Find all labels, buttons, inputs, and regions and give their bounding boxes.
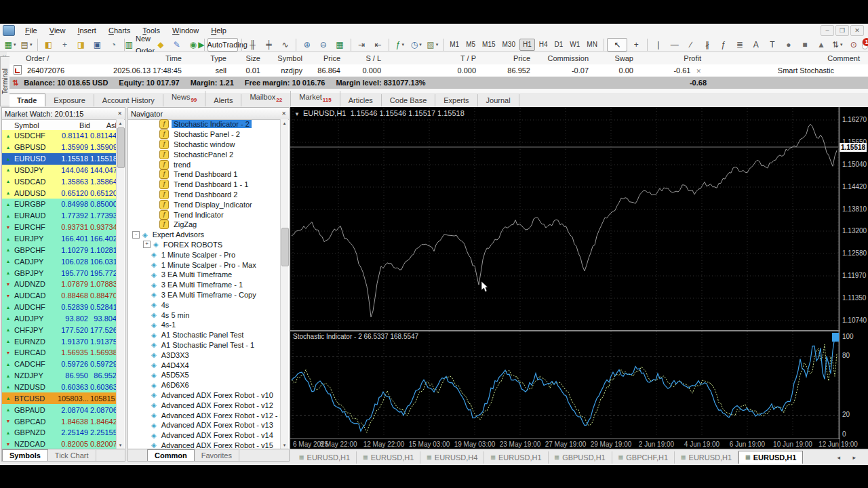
navigator-item[interactable]: ƒTrend Dashboard 1 - 1 (128, 180, 282, 190)
navigator-scrollbar[interactable]: ▴▾ (280, 119, 288, 449)
market-watch-toggle[interactable]: ◧ (41, 39, 56, 51)
market-watch-row[interactable]: ▲EURAUD1.773921.77393 (2, 210, 118, 222)
market-watch-row[interactable]: ▲EURUSD1.155181.15518 (2, 153, 118, 165)
chart-tab-eurusd-h4[interactable]: ▦EURUSD,H4 (420, 451, 484, 464)
navigator-item[interactable]: ƒStochasticPanel 2 (128, 149, 282, 159)
strategy-tester-toggle[interactable]: ◔ (106, 39, 121, 51)
crosshair-button[interactable]: + (629, 39, 644, 51)
navigator-item[interactable]: ◈1 Minute Scalper - Pro - Max (128, 260, 282, 270)
scroll-up-icon[interactable]: ▴ (281, 119, 288, 127)
navigator-item[interactable]: ◈Advanced ADX Forex Robot - v12 - re (128, 410, 282, 420)
market-watch-row[interactable]: ▲AUDUSD0.651200.65120 (2, 187, 118, 199)
terminal-tab-trade[interactable]: Trade (8, 94, 45, 106)
timeframe-m1[interactable]: M1 (447, 39, 462, 50)
scroll-down-icon[interactable]: ▾ (281, 441, 288, 449)
market-watch-row[interactable]: ▲GBPCHF1.102791.10281 (2, 244, 118, 256)
timeframe-m30[interactable]: M30 (500, 39, 518, 50)
market-watch-row[interactable]: ▲BTCUSD105803...105815... (2, 392, 118, 404)
tile-windows-button[interactable]: ▦ (332, 39, 347, 51)
market-watch-row[interactable]: ▲CADJPY106.028106.031 (2, 256, 118, 267)
timeframe-w1[interactable]: W1 (567, 39, 583, 50)
market-watch-row[interactable]: ▲CADCHF0.597260.59729 (2, 359, 118, 370)
menu-item-file[interactable]: File (19, 25, 43, 36)
market-watch-row[interactable]: ▲GBPNZD2.251492.25155 (2, 427, 118, 439)
autotrading-button[interactable]: ▶AutoTrading (208, 38, 238, 52)
triangle-button[interactable]: ▲ (814, 39, 829, 51)
navigator-item[interactable]: ◈3 EA Multi Timeframe - Copy (128, 290, 282, 300)
timeframe-mn[interactable]: MN (584, 39, 600, 50)
menu-item-charts[interactable]: Charts (102, 25, 136, 36)
collapse-icon[interactable]: - (132, 231, 140, 239)
navigator-item[interactable]: ƒStochastic Indicator - 2 (128, 119, 282, 129)
market-watch-row[interactable]: ▲EURJPY166.401166.402 (2, 233, 118, 245)
navigator-item[interactable]: ƒStochastic window (128, 140, 282, 150)
navigator-tab-favorites[interactable]: Favorites (195, 450, 239, 461)
menu-item-help[interactable]: Help (205, 25, 233, 36)
market-watch-row[interactable]: ▲CHFJPY177.520177.526 (2, 324, 118, 336)
templates-button[interactable]: ▧▾ (425, 39, 440, 51)
new-order-button[interactable]: ▥New Order (128, 39, 152, 51)
navigator-item[interactable]: ◈3 EA Multi Timeframe (128, 270, 282, 280)
navigator-toggle[interactable]: ◨ (73, 39, 88, 51)
app-icon[interactable] (3, 25, 15, 36)
mw-col-symbol[interactable]: Symbol (14, 121, 58, 129)
market-watch-row[interactable]: ▼AUDCAD0.884680.88470 (2, 290, 118, 302)
profiles-button[interactable]: ▤▾ (19, 39, 34, 51)
navigator-item[interactable]: ◈1 Minute Scalper - Pro (128, 249, 282, 260)
cursor-button[interactable]: ↖ (607, 38, 627, 52)
metaeditor-icon[interactable]: ✎ (170, 39, 184, 51)
price-chart[interactable] (290, 107, 840, 439)
equidistant-channel-button[interactable]: ∦ (700, 39, 715, 51)
trendline-button[interactable]: ∕ (684, 39, 698, 51)
bar-chart-button[interactable]: ╫ (245, 39, 260, 51)
navigator-item[interactable]: ◈Advanced ADX Forex Robot - v13 (128, 420, 282, 430)
arrows-button[interactable]: ⇅▾ (830, 39, 845, 51)
chart-tab-scroll-arrows[interactable]: ◂ ▸ (837, 454, 861, 461)
mw-col-ask[interactable]: Ask (90, 121, 119, 129)
chart-tab-eurusd-h1[interactable]: ▦EURUSD,H1 (738, 451, 803, 464)
zoom-out-button[interactable]: ⊖ (316, 39, 331, 51)
navigator-item[interactable]: ƒtrend (128, 159, 282, 169)
chart-window[interactable]: ▼EURUSD,H1 1.15546 1.15546 1.15517 1.155… (290, 107, 868, 449)
market-watch-tab-symbols[interactable]: Symbols (2, 449, 48, 461)
terminal-tab-account-history[interactable]: Account History (94, 94, 163, 106)
navigator-item[interactable]: ◈4s (128, 300, 282, 310)
navigator-item[interactable]: ◈4s-1 (128, 320, 282, 330)
auto-scroll-button[interactable]: ⇥ (354, 39, 369, 51)
horizontal-line-button[interactable]: — (667, 39, 682, 51)
market-watch-row[interactable]: ▲EURGBP0.849980.85000 (2, 199, 118, 210)
rectangle-button[interactable]: ■ (797, 39, 812, 51)
navigator-item[interactable]: ◈A1 Stochastic Panel Test - 1 (128, 340, 282, 350)
market-watch-scrollbar[interactable]: ▴▾ (116, 119, 124, 449)
market-watch-row[interactable]: ▲USDCAD1.358631.35864 (2, 176, 118, 187)
mw-col-bid[interactable]: Bid (58, 121, 90, 129)
candlestick-button[interactable]: ╪ (261, 39, 276, 51)
navigator-item[interactable]: ƒTrend Dashboard 1 (128, 169, 282, 180)
menu-item-window[interactable]: Window (166, 25, 205, 36)
navigator-close-icon[interactable]: ✕ (281, 110, 286, 117)
market-watch-tab-tick-chart[interactable]: Tick Chart (48, 450, 96, 461)
navigator-item[interactable]: -◈Expert Advisors (128, 230, 282, 240)
close-position-icon[interactable]: ✕ (696, 68, 701, 75)
text-label-button[interactable]: T (765, 39, 780, 51)
chart-tab-eurusd-h1[interactable]: ▦EURUSD,H1 (675, 451, 738, 464)
terminal-side-tab[interactable]: Terminal (0, 56, 9, 106)
vertical-line-button[interactable]: | (651, 39, 666, 51)
indicators-button[interactable]: ƒ▾ (393, 39, 408, 51)
market-watch-row[interactable]: ▼GBPCAD1.846381.84642 (2, 415, 118, 427)
scroll-thumb[interactable] (117, 127, 125, 168)
scroll-down-icon[interactable]: ▾ (117, 441, 124, 449)
gann-lines-button[interactable]: ≣ (732, 39, 747, 51)
terminal-tab-news[interactable]: News99 (163, 91, 205, 106)
terminal-tab-journal[interactable]: Journal (478, 94, 519, 106)
navigator-item[interactable]: ◈3 EA Multi Timeframe - 1 (128, 280, 282, 290)
chart-tab-eurusd-h1[interactable]: ▦EURUSD,H1 (293, 451, 357, 464)
text-button[interactable]: A (749, 39, 764, 51)
timeframe-m15[interactable]: M15 (479, 39, 498, 50)
new-chart-button[interactable]: ▦▾ (3, 39, 18, 51)
line-chart-button[interactable]: ∿ (277, 39, 292, 51)
timeframe-d1[interactable]: D1 (552, 39, 566, 50)
fibonacci-button[interactable]: ƒ (716, 39, 731, 51)
time-axis[interactable]: 6 May 20258 May 22:0012 May 22:0015 May … (290, 439, 840, 449)
market-watch-row[interactable]: ▲EURNZD1.913701.91375 (2, 336, 118, 347)
